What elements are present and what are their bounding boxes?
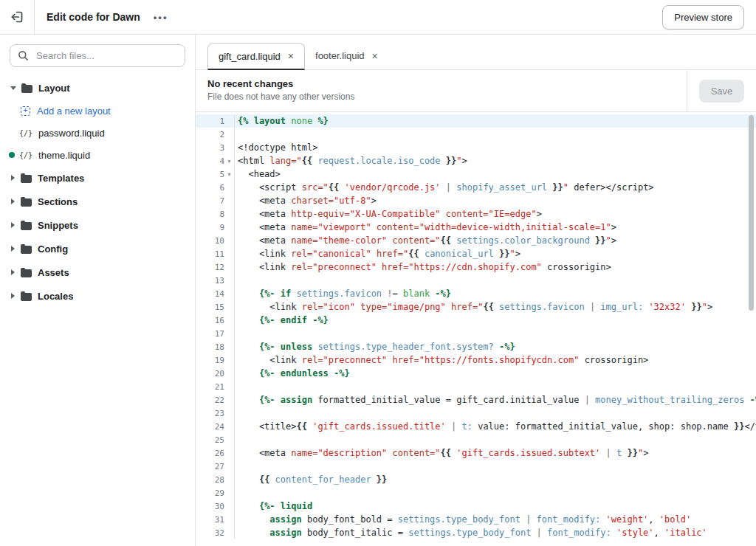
exit-icon: [10, 10, 24, 24]
line-number: 31: [215, 515, 224, 525]
code-row: 5▾ <head>: [196, 167, 756, 181]
line-number: 12: [215, 263, 224, 272]
code-line[interactable]: {%- endif -%}: [235, 314, 756, 327]
folder-label: Locales: [38, 291, 73, 302]
close-tab-icon[interactable]: ×: [288, 51, 294, 61]
caret-right-icon: [11, 222, 15, 228]
code-row: 1{% layout none %}: [196, 114, 756, 128]
preview-store-button[interactable]: Preview store: [662, 5, 744, 30]
code-line[interactable]: <link rel="preconnect" href="https://fon…: [235, 353, 756, 367]
sidebar-folder-sections[interactable]: Sections: [0, 190, 195, 213]
code-line[interactable]: {% layout none %}: [235, 114, 756, 128]
folder-icon: [21, 83, 32, 93]
add-link-label: Add a new layout: [37, 106, 111, 117]
line-gutter: 1: [196, 114, 235, 128]
search-files-box[interactable]: [10, 44, 185, 67]
exit-editor-button[interactable]: [0, 0, 35, 34]
code-line[interactable]: <link rel="icon" type="image/png" href="…: [235, 300, 756, 314]
sidebar-folder-config[interactable]: Config: [0, 237, 195, 260]
sidebar-folder-assets[interactable]: Assets: [0, 260, 195, 284]
tab-gift-card-liquid[interactable]: gift_card.liquid ×: [207, 43, 305, 70]
code-line[interactable]: {{ content_for_header }}: [235, 473, 756, 486]
line-gutter: 4▾: [196, 154, 235, 167]
line-number: 23: [215, 409, 224, 418]
code-line[interactable]: [235, 274, 756, 287]
code-line[interactable]: [235, 486, 756, 500]
code-line[interactable]: <link rel="canonical" href="{{ canonical…: [235, 247, 756, 260]
tab-label: footer.liquid: [315, 50, 365, 61]
code-line[interactable]: [235, 460, 756, 473]
line-number: 8: [219, 210, 224, 219]
version-bar: No recent changes File does not have any…: [196, 70, 756, 112]
code-line[interactable]: assign body_font_italic = settings.type_…: [235, 526, 756, 539]
line-number: 11: [215, 249, 224, 259]
code-line[interactable]: <link rel="preconnect" href="https://cdn…: [235, 260, 756, 274]
code-line[interactable]: {%- unless settings.type_header_font.sys…: [235, 340, 756, 353]
tab-footer-liquid[interactable]: footer.liquid ×: [305, 42, 388, 69]
line-gutter: 12: [196, 260, 235, 274]
code-row: 14 {%- if settings.favicon != blank -%}: [196, 287, 756, 300]
code-line[interactable]: {%- if settings.favicon != blank -%}: [235, 287, 756, 300]
code-line[interactable]: <meta http-equiv="X-UA-Compatible" conte…: [235, 207, 756, 221]
sidebar-folder-locales[interactable]: Locales: [0, 284, 195, 308]
folder-label: Snippets: [38, 220, 78, 231]
code-line[interactable]: <meta name="theme-color" content="{{ set…: [235, 234, 756, 247]
code-row: 6 <script src="{{ 'vendor/qrcode.js' | s…: [196, 181, 756, 194]
line-number: 13: [215, 276, 224, 286]
code-line[interactable]: {%- assign formatted_initial_value = gif…: [235, 393, 756, 407]
folder-label: Assets: [38, 267, 69, 278]
code-line[interactable]: <html lang="{{ request.locale.iso_code }…: [235, 154, 756, 167]
code-line[interactable]: <meta charset="utf-8">: [235, 194, 756, 207]
code-line[interactable]: [235, 407, 756, 420]
code-line[interactable]: [235, 327, 756, 340]
code-line[interactable]: <head>: [235, 167, 756, 181]
code-line[interactable]: assign body_font_bold = settings.type_bo…: [235, 513, 756, 526]
line-gutter: 8: [196, 207, 235, 221]
line-gutter: 9: [196, 221, 235, 234]
code-line[interactable]: <!doctype html>: [235, 141, 756, 154]
code-row: 17: [196, 327, 756, 340]
sidebar-folder-templates[interactable]: Templates: [0, 166, 195, 190]
code-row: 19 <link rel="preconnect" href="https://…: [196, 353, 756, 367]
code-line[interactable]: <title>{{ 'gift_cards.issued.title' | t:…: [235, 420, 756, 433]
code-line[interactable]: [235, 128, 756, 141]
fold-chevron-icon[interactable]: ▾: [224, 158, 234, 165]
line-number: 4: [219, 156, 224, 166]
overflow-menu-button[interactable]: •••: [154, 12, 168, 23]
code-row: 9 <meta name="viewport" content="width=d…: [196, 221, 756, 234]
line-number: 20: [215, 369, 224, 379]
code-line[interactable]: {%- endunless -%}: [235, 367, 756, 380]
code-line[interactable]: <meta name="description" content="{{ 'gi…: [235, 446, 756, 460]
line-number: 25: [215, 435, 224, 445]
add-new-layout-link[interactable]: Add a new layout: [0, 100, 195, 122]
code-row: 29: [196, 486, 756, 500]
page-title: Edit code for Dawn: [47, 11, 140, 23]
search-files-input[interactable]: [35, 49, 177, 62]
line-gutter: 22: [196, 393, 235, 407]
close-tab-icon[interactable]: ×: [372, 51, 378, 61]
sidebar-file-password-liquid[interactable]: {/} password.liquid: [0, 122, 195, 144]
code-line[interactable]: <meta name="viewport" content="width=dev…: [235, 221, 756, 234]
caret-right-icon: [11, 269, 15, 275]
code-row: 11 <link rel="canonical" href="{{ canoni…: [196, 247, 756, 260]
code-line[interactable]: [235, 380, 756, 393]
save-button[interactable]: Save: [699, 80, 745, 103]
sidebar-folder-snippets[interactable]: Snippets: [0, 213, 195, 237]
line-number: 18: [215, 342, 224, 352]
sidebar-file-theme-liquid[interactable]: {/} theme.liquid: [0, 144, 195, 166]
version-title: No recent changes: [207, 78, 675, 89]
sidebar-folder-layout[interactable]: Layout: [0, 76, 195, 100]
code-line[interactable]: [235, 433, 756, 446]
folder-icon: [21, 268, 32, 277]
code-row: 31 assign body_font_bold = settings.type…: [196, 513, 756, 526]
fold-chevron-icon[interactable]: ▾: [224, 171, 234, 178]
line-number: 9: [219, 223, 224, 232]
code-row: 16 {%- endif -%}: [196, 314, 756, 327]
code-editor[interactable]: 1{% layout none %}23<!doctype html>4▾<ht…: [196, 112, 756, 546]
line-gutter: 2: [196, 128, 235, 141]
line-gutter: 14: [196, 287, 235, 300]
code-line[interactable]: {%- liquid: [235, 500, 756, 513]
editor-scrollbar-thumb[interactable]: [749, 115, 754, 311]
code-line[interactable]: <script src="{{ 'vendor/qrcode.js' | sho…: [235, 181, 756, 194]
file-tree: Layout Add a new layout {/} password.liq…: [0, 76, 195, 308]
